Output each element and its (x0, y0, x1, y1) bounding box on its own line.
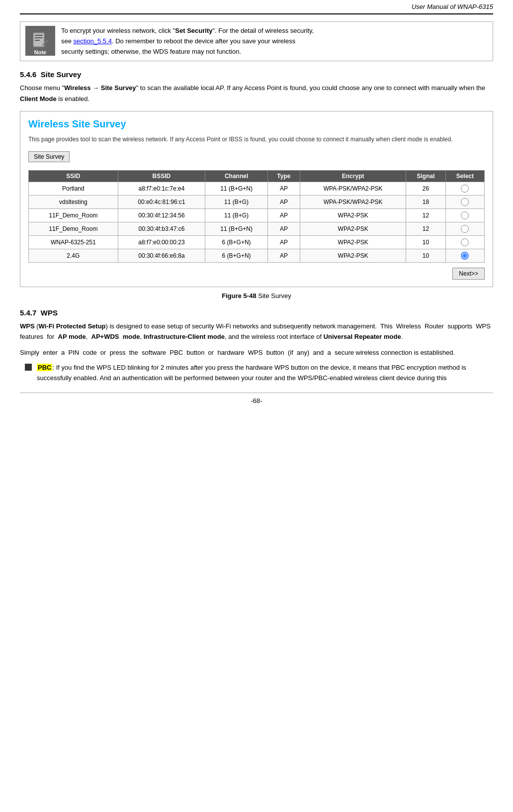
cell-channel: 11 (B+G) (205, 208, 268, 222)
section-546: 5.4.6 Site Survey Choose menu "Wireless … (20, 70, 493, 104)
cell-select[interactable] (445, 235, 484, 249)
bullet-square-icon (25, 364, 32, 371)
cell-signal: 12 (406, 222, 445, 235)
note-box: Note To encrypt your wireless network, c… (20, 21, 493, 61)
pbc-label: PBC (37, 364, 52, 371)
page-number: -68- (251, 397, 262, 405)
cell-encrypt: WPA2-PSK (300, 235, 406, 249)
cell-encrypt: WPA2-PSK (300, 208, 406, 222)
wireless-menu-label: Wireless → Site Survey (64, 84, 136, 92)
note-icon: Note (25, 26, 55, 56)
cell-encrypt: WPA2-PSK (300, 222, 406, 235)
set-security-label: Set Security (175, 27, 212, 34)
next-btn-row: Next>> (28, 268, 485, 280)
wireless-survey-box: Wireless Site Survey This page provides … (20, 111, 493, 287)
cell-type: AP (267, 182, 300, 195)
svg-rect-3 (35, 40, 40, 41)
wireless-survey-table: SSID BSSID Channel Type Encrypt Signal S… (28, 170, 485, 263)
wps-label: WPS (20, 322, 35, 330)
cell-channel: 11 (B+G+N) (205, 182, 268, 195)
wps-full-label: Wi-Fi Protected Setup (39, 322, 106, 330)
section-546-body: Choose menu "Wireless → Site Survey" to … (20, 83, 493, 104)
radio-button-icon[interactable] (461, 185, 469, 193)
cell-bssid: 00:30:4f:12:34:56 (118, 208, 205, 222)
table-row: 11F_Demo_Room00:30:4f:12:34:5611 (B+G)AP… (29, 208, 485, 222)
cell-bssid: a8:f7:e0:00:00:23 (118, 235, 205, 249)
section-547-title: 5.4.7 WPS (20, 308, 493, 317)
universal-repeater-label: Universal Repeater mode (324, 333, 401, 340)
bullet-pbc-text: PBC: If you find the WPS LED blinking fo… (37, 363, 493, 384)
next-button[interactable]: Next>> (452, 268, 485, 280)
cell-channel: 6 (B+G+N) (205, 249, 268, 262)
page-footer: -68- (20, 393, 493, 408)
section-547: 5.4.7 WPS WPS (Wi-Fi Protected Setup) is… (20, 308, 493, 384)
cell-ssid: 11F_Demo_Room (29, 222, 118, 235)
client-mode-label: Client Mode (20, 95, 57, 102)
cell-select[interactable] (445, 182, 484, 195)
cell-type: AP (267, 208, 300, 222)
section-547-para1: WPS (Wi-Fi Protected Setup) is designed … (20, 321, 493, 342)
note-line2: see section_5.5.4. Do remember to reboot… (61, 37, 295, 45)
cell-select[interactable] (445, 195, 484, 208)
radio-button-icon[interactable] (461, 198, 469, 206)
table-row: 11F_Demo_Room00:30:4f:b3:47:c611 (B+G+N)… (29, 222, 485, 235)
cell-select[interactable] (445, 208, 484, 222)
cell-bssid: 00:30:4f:66:e6:8a (118, 249, 205, 262)
cell-bssid: 00:30:4f:b3:47:c6 (118, 222, 205, 235)
note-line3: security settings; otherwise, the WDS fe… (61, 48, 241, 55)
figure-text: Site Survey (258, 292, 291, 300)
radio-button-icon[interactable] (461, 238, 469, 246)
header-title: User Manual of WNAP-6315 (412, 3, 493, 10)
col-channel: Channel (205, 170, 268, 182)
table-row: Portlanda8:f7:e0:1c:7e:e411 (B+G+N)APWPA… (29, 182, 485, 195)
cell-signal: 10 (406, 249, 445, 262)
cell-signal: 18 (406, 195, 445, 208)
col-select: Select (445, 170, 484, 182)
table-header-row: SSID BSSID Channel Type Encrypt Signal S… (29, 170, 485, 182)
col-bssid: BSSID (118, 170, 205, 182)
cell-type: AP (267, 249, 300, 262)
section-547-para2: Simply enter a PIN code or press the sof… (20, 347, 493, 358)
cell-type: AP (267, 195, 300, 208)
wss-title: Wireless Site Survey (28, 118, 485, 130)
cell-ssid: WNAP-6325-251 (29, 235, 118, 249)
cell-type: AP (267, 222, 300, 235)
figure-label: Figure 5-48 (222, 292, 256, 300)
cell-channel: 11 (B+G+N) (205, 222, 268, 235)
apwds-mode-label: AP+WDS mode (91, 333, 140, 340)
cell-ssid: 2.4G (29, 249, 118, 262)
section-546-title: 5.4.6 Site Survey (20, 70, 493, 79)
ap-mode-label: AP mode (58, 333, 86, 340)
bullet-pbc: PBC: If you find the WPS LED blinking fo… (20, 363, 493, 384)
cell-encrypt: WPA-PSK/WPA2-PSK (300, 182, 406, 195)
col-encrypt: Encrypt (300, 170, 406, 182)
col-ssid: SSID (29, 170, 118, 182)
infra-client-label: Infrastructure-Client mode (144, 333, 225, 340)
section-link[interactable]: section_5.5.4 (74, 37, 112, 45)
site-survey-button[interactable]: Site Survey (28, 151, 70, 162)
cell-signal: 12 (406, 208, 445, 222)
cell-type: AP (267, 235, 300, 249)
radio-button-icon[interactable] (461, 225, 469, 233)
note-text: To encrypt your wireless network, click … (61, 26, 314, 57)
radio-button-icon[interactable] (461, 252, 469, 260)
cell-select[interactable] (445, 222, 484, 235)
col-signal: Signal (406, 170, 445, 182)
cell-bssid: 00:e0:4c:81:96:c1 (118, 195, 205, 208)
cell-ssid: 11F_Demo_Room (29, 208, 118, 222)
table-row: vdsltesting00:e0:4c:81:96:c111 (B+G)APWP… (29, 195, 485, 208)
table-row: WNAP-6325-251a8:f7:e0:00:00:236 (B+G+N)A… (29, 235, 485, 249)
cell-channel: 6 (B+G+N) (205, 235, 268, 249)
table-row: 2.4G00:30:4f:66:e6:8a6 (B+G+N)APWPA2-PSK… (29, 249, 485, 262)
figure-caption: Figure 5-48 Site Survey (20, 292, 493, 300)
cell-ssid: vdsltesting (29, 195, 118, 208)
radio-button-icon[interactable] (461, 211, 469, 219)
wss-description: This page provides tool to scan the wire… (28, 135, 485, 144)
cell-select[interactable] (445, 249, 484, 262)
svg-rect-2 (35, 37, 43, 38)
note-line1: To encrypt your wireless network, click … (61, 27, 314, 34)
cell-channel: 11 (B+G) (205, 195, 268, 208)
page-header: User Manual of WNAP-6315 (20, 0, 493, 14)
cell-ssid: Portland (29, 182, 118, 195)
cell-encrypt: WPA-PSK/WPA2-PSK (300, 195, 406, 208)
